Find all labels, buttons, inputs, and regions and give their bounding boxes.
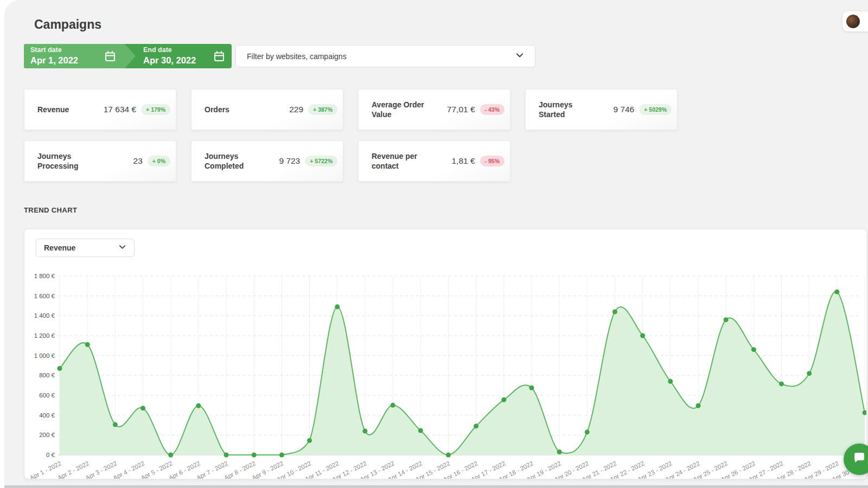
kpi-card-orders: Orders 229 + 387% [191,89,343,130]
calendar-icon [104,50,116,65]
svg-text:1 400 €: 1 400 € [34,312,55,319]
kpi-label: Revenue per contact [372,151,433,171]
kpi-label: Journeys Processing [37,151,99,171]
calendar-icon [213,50,225,65]
data-point[interactable] [668,379,673,384]
data-point[interactable] [640,333,645,338]
kpi-delta-badge: + 179% [141,104,170,115]
start-date-label: Start date [30,46,78,55]
data-point[interactable] [362,429,367,434]
data-point[interactable] [418,428,423,433]
kpi-value: 229 [289,105,303,114]
svg-text:800 €: 800 € [39,372,55,378]
data-point[interactable] [474,423,478,428]
kpi-card-average-order-value: Average Order Value 77,01 € - 43% [358,89,510,130]
data-point[interactable] [252,453,257,458]
data-point[interactable] [391,403,395,408]
svg-text:600 €: 600 € [39,392,55,399]
kpi-card-revenue-per-contact: Revenue per contact 1,81 € - 95% [358,140,510,182]
data-point[interactable] [113,422,118,427]
svg-text:0 €: 0 € [46,452,55,458]
kpi-value: 23 [133,156,143,166]
date-range-picker[interactable]: Start date Apr 1, 2022 End date Apr 30, … [24,44,232,68]
svg-text:400 €: 400 € [39,412,55,419]
svg-text:1 800 €: 1 800 € [34,273,55,279]
end-date-label: End date [143,46,196,55]
filter-placeholder: Filter by websites, campaigns [247,52,347,61]
kpi-card-journeys-processing: Journeys Processing 23 + 0% [24,140,176,182]
main-panel: Campaigns Start date Apr 1, 2022 End dat… [4,0,868,488]
kpi-value: 1,81 € [451,156,475,166]
svg-text:1 600 €: 1 600 € [34,293,55,299]
user-menu-chip[interactable] [843,11,868,31]
kpi-delta-badge: + 387% [308,104,337,115]
data-point[interactable] [335,304,340,309]
kpi-grid: Revenue 17 634 € + 179% Orders 229 + 387… [24,89,678,182]
data-point[interactable] [196,403,201,408]
kpi-value: 77,01 € [447,105,475,114]
kpi-value: 17 634 € [104,105,136,114]
data-point[interactable] [779,381,784,386]
data-point[interactable] [529,386,534,390]
data-point[interactable] [807,371,812,376]
start-date-button[interactable]: Start date Apr 1, 2022 [24,44,136,68]
metric-select[interactable]: Revenue [36,239,135,257]
data-point[interactable] [834,290,839,294]
page-title: Campaigns [34,17,101,32]
kpi-delta-badge: + 5722% [305,156,337,166]
data-point[interactable] [279,453,284,458]
kpi-value: 9 723 [279,156,300,166]
end-date-button[interactable]: End date Apr 30, 2022 [136,44,232,68]
svg-text:1 200 €: 1 200 € [34,332,55,339]
data-point[interactable] [585,429,590,434]
kpi-delta-badge: + 5029% [639,104,672,115]
data-point[interactable] [141,406,145,410]
trend-chart-card: Revenue 0 €200 €400 €600 €800 €1 000 €1 … [24,229,867,479]
start-date-value: Apr 1, 2022 [30,55,78,66]
trend-chart-heading: TREND CHART [24,206,77,214]
svg-text:200 €: 200 € [39,432,55,438]
data-point[interactable] [224,453,229,458]
data-point[interactable] [695,403,700,408]
data-point[interactable] [501,397,506,402]
end-date-value: Apr 30, 2022 [143,55,196,66]
data-point[interactable] [85,342,90,347]
data-point[interactable] [612,310,617,314]
kpi-delta-badge: - 95% [480,156,505,166]
data-point[interactable] [724,317,729,322]
kpi-label: Average Order Value [372,100,433,119]
user-avatar [846,15,860,28]
data-point[interactable] [168,453,173,458]
chevron-down-icon [118,243,126,253]
kpi-label: Journeys Completed [205,151,266,171]
data-point[interactable] [557,450,562,454]
kpi-delta-badge: + 0% [148,156,170,166]
kpi-label: Revenue [37,105,99,114]
svg-text:1 000 €: 1 000 € [34,352,55,359]
kpi-card-revenue: Revenue 17 634 € + 179% [24,89,176,130]
kpi-card-journeys-started: Journeys Started 9 746 + 5029% [525,89,678,130]
data-point[interactable] [58,366,62,371]
kpi-delta-badge: - 43% [480,104,505,115]
metric-select-value: Revenue [44,243,75,252]
website-campaign-filter[interactable]: Filter by websites, campaigns [235,45,535,67]
data-point[interactable] [307,438,312,443]
chevron-down-icon [515,51,524,62]
data-point[interactable] [446,453,451,458]
trend-chart-canvas: 0 €200 €400 €600 €800 €1 000 €1 200 €1 4… [24,229,867,479]
horizontal-scrollbar[interactable] [4,485,868,488]
chat-bubble-icon [852,451,866,467]
kpi-value: 9 746 [613,105,634,114]
kpi-label: Journeys Started [539,100,600,119]
data-point[interactable] [751,347,756,352]
kpi-label: Orders [205,105,266,114]
kpi-card-journeys-completed: Journeys Completed 9 723 + 5722% [191,140,343,182]
